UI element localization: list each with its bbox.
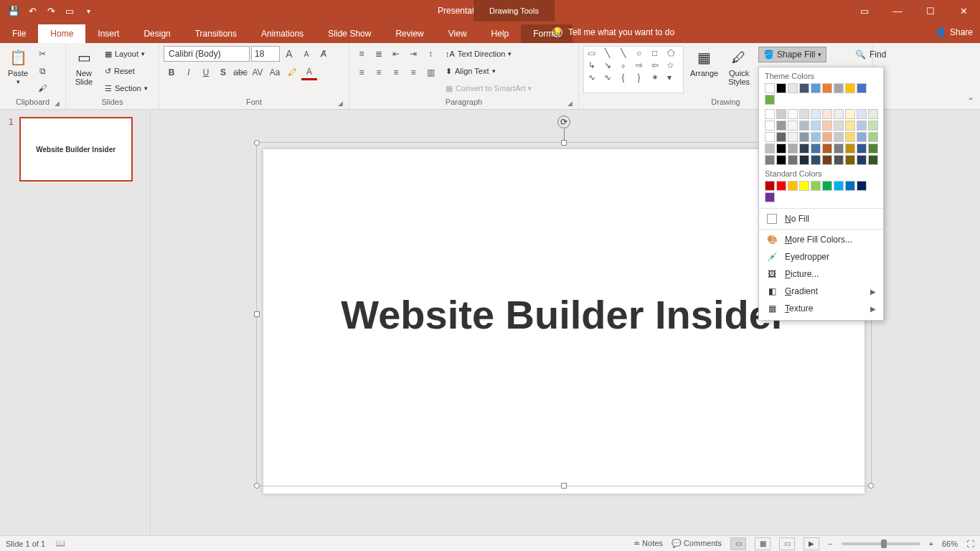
color-swatch[interactable] [857,109,867,119]
columns-button[interactable]: ▥ [423,65,438,80]
tab-insert[interactable]: Insert [85,24,131,43]
section-button[interactable]: ☰Section▾ [100,80,152,96]
color-swatch[interactable] [845,109,855,119]
color-swatch[interactable] [811,109,821,119]
color-swatch[interactable] [799,143,809,154]
eyedropper-item[interactable]: 💉 Eyedropper [759,248,883,265]
color-swatch[interactable] [788,83,798,93]
justify-button[interactable]: ≡ [405,65,421,80]
color-swatch[interactable] [765,83,775,93]
slideshow-view-icon[interactable]: ▶ [804,537,819,550]
char-spacing-button[interactable]: AV [250,65,265,80]
color-swatch[interactable] [822,155,832,165]
redo-icon[interactable]: ↷ [44,4,57,17]
normal-view-icon[interactable]: ▭ [730,537,746,550]
color-swatch[interactable] [834,83,844,93]
color-swatch[interactable] [765,109,775,119]
color-swatch[interactable] [765,121,775,131]
highlight-button[interactable]: 🖍 [284,65,300,80]
collapse-ribbon-icon[interactable]: ⌃ [967,96,974,106]
resize-handle[interactable] [561,483,567,489]
arrange-button[interactable]: ▦ Arrange [687,46,722,79]
color-swatch[interactable] [788,121,798,131]
color-swatch[interactable] [868,132,878,142]
tell-me-search[interactable]: 💡 Tell me what you want to do [552,22,674,43]
color-swatch[interactable] [799,121,809,131]
zoom-out-icon[interactable]: − [828,540,832,548]
cut-icon[interactable]: ✂ [34,46,50,62]
qat-customize-icon[interactable]: ▾ [82,4,95,17]
color-swatch[interactable] [765,132,775,142]
shape-fill-button[interactable]: 🪣 Shape Fill ▾ [758,47,826,62]
shadow-button[interactable]: S [215,65,231,80]
comments-button[interactable]: 💬 Comments [672,539,722,548]
line-spacing-button[interactable]: ↕ [423,46,438,62]
more-colors-item[interactable]: 🎨 More Fill Colors... [759,231,883,248]
find-button[interactable]: 🔍 Find [849,47,892,62]
color-swatch[interactable] [765,181,775,191]
color-swatch[interactable] [776,181,786,191]
color-swatch[interactable] [822,143,832,154]
color-swatch[interactable] [788,132,798,142]
color-swatch[interactable] [811,143,821,154]
color-swatch[interactable] [845,132,855,142]
strike-button[interactable]: abc [232,65,248,80]
decrease-font-icon[interactable]: A [298,46,314,62]
format-painter-icon[interactable]: 🖌 [34,80,50,96]
minimize-button[interactable]: — [881,0,914,22]
color-swatch[interactable] [857,121,867,131]
color-swatch[interactable] [811,181,821,191]
share-button[interactable]: 👤 Share [936,22,973,43]
color-swatch[interactable] [765,155,775,165]
align-text-button[interactable]: ⬍Align Text▾ [441,63,536,79]
copy-icon[interactable]: ⧉ [34,63,50,79]
color-swatch[interactable] [799,83,809,93]
color-swatch[interactable] [834,132,844,142]
color-swatch[interactable] [765,192,775,202]
color-swatch[interactable] [776,109,786,119]
color-swatch[interactable] [834,109,844,119]
color-swatch[interactable] [799,155,809,165]
color-swatch[interactable] [868,155,878,165]
color-swatch[interactable] [834,121,844,131]
color-swatch[interactable] [811,132,821,142]
align-right-button[interactable]: ≡ [388,65,404,80]
color-swatch[interactable] [776,132,786,142]
quick-styles-button[interactable]: 🖊 Quick Styles [725,46,753,88]
color-swatch[interactable] [834,155,844,165]
color-swatch[interactable] [822,121,832,131]
color-swatch[interactable] [788,181,798,191]
align-center-button[interactable]: ≡ [371,65,387,80]
align-left-button[interactable]: ≡ [354,65,369,80]
color-swatch[interactable] [857,143,867,154]
color-swatch[interactable] [857,83,867,93]
color-swatch[interactable] [845,83,855,93]
underline-button[interactable]: U [198,65,214,80]
text-direction-button[interactable]: ↕AText Direction▾ [441,46,536,62]
color-swatch[interactable] [776,143,786,154]
color-swatch[interactable] [845,143,855,154]
tab-home[interactable]: Home [38,24,85,43]
font-name-combo[interactable]: Calibri (Body) [164,46,250,62]
color-swatch[interactable] [765,143,775,154]
picture-item[interactable]: 🖼 Picture... [759,265,883,283]
save-icon[interactable]: 💾 [7,4,20,17]
new-slide-button[interactable]: ▭ New Slide [70,46,98,88]
color-swatch[interactable] [857,132,867,142]
gradient-item[interactable]: ◧ Gradient ▶ [759,283,883,300]
color-swatch[interactable] [845,121,855,131]
zoom-level[interactable]: 66% [942,540,958,548]
undo-icon[interactable]: ↶ [26,4,39,17]
color-swatch[interactable] [811,121,821,131]
spellcheck-icon[interactable]: 📖 [55,539,65,548]
slide-title-text[interactable]: Website Builder Insider [341,291,786,338]
layout-button[interactable]: ▦Layout▾ [100,46,152,62]
clear-formatting-icon[interactable]: A̸ [316,46,331,62]
italic-button[interactable]: I [181,65,197,80]
convert-smartart-button[interactable]: ▦Convert to SmartArt▾ [441,80,536,96]
font-size-combo[interactable]: 18 [251,46,280,62]
color-swatch[interactable] [776,83,786,93]
color-swatch[interactable] [822,83,832,93]
bold-button[interactable]: B [164,65,179,80]
color-swatch[interactable] [845,181,855,191]
